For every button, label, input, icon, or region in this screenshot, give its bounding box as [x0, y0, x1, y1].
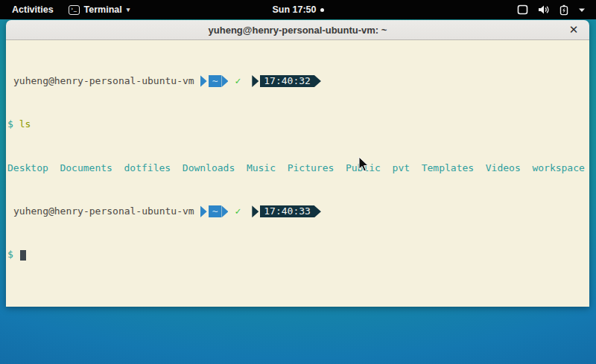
success-check-icon: ✓ [235, 206, 241, 217]
powerline-path-segment: ~ [200, 205, 229, 217]
terminal-window: yuheng@henry-personal-ubuntu-vm: ~ ✕ yuh… [6, 20, 589, 307]
powerline-chevron-icon [200, 75, 207, 87]
path-label: ~ [209, 205, 222, 217]
command-text: ls [19, 119, 31, 130]
close-button[interactable]: ✕ [565, 20, 582, 39]
window-titlebar[interactable]: yuheng@henry-personal-ubuntu-vm: ~ ✕ [6, 20, 589, 40]
success-check-icon: ✓ [235, 76, 241, 87]
command-line: $ ls [7, 119, 588, 130]
app-menu[interactable]: ›_ Terminal ▾ [69, 4, 130, 15]
powerline-chevron-icon [252, 75, 259, 87]
display-icon [517, 4, 528, 15]
volume-icon [538, 4, 550, 15]
powerline-path-segment: ~ [200, 75, 229, 87]
powerline-arrow-icon [221, 205, 228, 217]
text-cursor [20, 250, 26, 261]
ls-output: Desktop Documents dotfiles Downloads Mus… [7, 163, 588, 174]
user-host: yuheng@henry-personal-ubuntu-vm [13, 206, 194, 217]
time-label: 17:40:33 [260, 205, 314, 217]
window-title: yuheng@henry-personal-ubuntu-vm: ~ [209, 25, 387, 36]
powerline-arrow-icon [314, 75, 321, 87]
current-input-line[interactable]: $ [7, 249, 588, 261]
clock-label[interactable]: Sun 17:50 [272, 4, 316, 15]
system-tray[interactable] [517, 4, 596, 16]
prompt-line-2: yuheng@henry-personal-ubuntu-vm ~ ✓ 17:4… [7, 206, 588, 217]
powerline-arrow-icon [221, 75, 228, 87]
terminal-app-icon: ›_ [69, 5, 80, 15]
chevron-down-icon: ▾ [127, 7, 130, 13]
chevron-down-icon [578, 7, 586, 13]
prompt-line-1: yuheng@henry-personal-ubuntu-vm ~ ✓ 17:4… [7, 76, 588, 87]
prompt-symbol: $ [7, 119, 13, 130]
terminal-content[interactable]: yuheng@henry-personal-ubuntu-vm ~ ✓ 17:4… [6, 40, 589, 307]
powerline-chevron-icon [252, 205, 259, 217]
powerline-arrow-icon [314, 205, 321, 217]
path-label: ~ [209, 75, 222, 87]
prompt-symbol: $ [7, 249, 13, 261]
battery-charging-icon [559, 4, 568, 16]
user-host: yuheng@henry-personal-ubuntu-vm [13, 76, 194, 87]
time-label: 17:40:32 [260, 75, 314, 87]
top-bar: Activities ›_ Terminal ▾ Sun 17:50 [0, 0, 596, 19]
powerline-time-segment: 17:40:33 [252, 205, 321, 217]
powerline-chevron-icon [200, 205, 207, 217]
notification-dot-icon [320, 8, 324, 12]
activities-button[interactable]: Activities [9, 4, 57, 15]
powerline-time-segment: 17:40:32 [252, 75, 321, 87]
app-menu-label: Terminal [84, 4, 122, 15]
topbar-left: Activities ›_ Terminal ▾ [0, 4, 130, 15]
